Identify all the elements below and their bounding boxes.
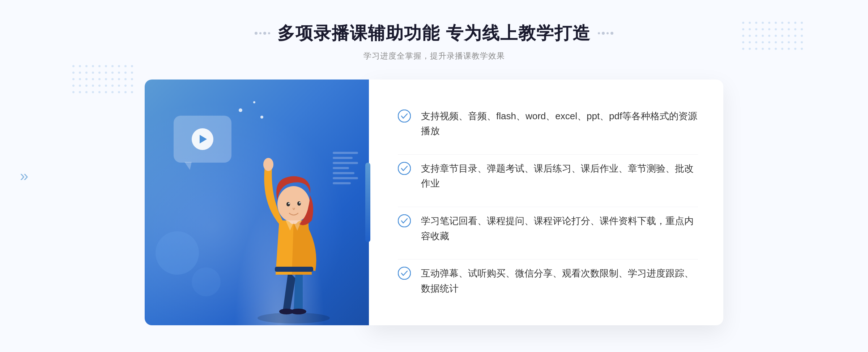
check-icon-1 [398,110,411,123]
title-decor-right [598,32,613,35]
feature-text-3: 学习笔记回看、课程提问、课程评论打分、课件资料下载，重点内容收藏 [421,214,698,244]
check-icon-2 [398,162,411,175]
bg-dots-left-decor [72,65,133,93]
person-illustration [232,137,355,325]
svg-point-8 [288,203,290,204]
title-row: 多项录播课辅助功能 专为线上教学打造 [255,22,613,45]
svg-point-7 [297,201,301,206]
play-bubble [174,116,231,163]
svg-point-0 [258,313,330,323]
check-icon-3 [398,214,411,227]
sub-title: 学习进度全掌握，提升录播课教学效果 [255,51,613,61]
circle-decor-2 [192,267,221,296]
svg-point-14 [398,267,410,279]
svg-point-3 [263,158,273,171]
bg-dots-right-decor [742,22,803,50]
svg-point-6 [286,202,290,206]
sparkle-3 [260,116,263,119]
content-area: 支持视频、音频、flash、word、excel、ppt、pdf等各种格式的资源… [145,80,723,325]
circle-decor-1 [156,231,199,275]
feature-item-3: 学习笔记回看、课程提问、课程评论打分、课件资料下载，重点内容收藏 [398,207,698,250]
feature-text-2: 支持章节目录、弹题考试、课后练习、课后作业、章节测验、批改作业 [421,161,698,191]
features-panel: 支持视频、音频、flash、word、excel、ppt、pdf等各种格式的资源… [369,80,723,325]
sparkle-2 [253,101,255,103]
feature-item-1: 支持视频、音频、flash、word、excel、ppt、pdf等各种格式的资源… [398,102,698,145]
figure-area [232,137,355,325]
title-decor-left [255,32,270,35]
svg-point-11 [398,110,410,122]
feature-item-2: 支持章节目录、弹题考试、课后练习、课后作业、章节测验、批改作业 [398,154,698,198]
sparkle-1 [239,108,242,112]
main-title: 多项录播课辅助功能 专为线上教学打造 [277,22,590,45]
illustration-panel [145,80,369,325]
svg-rect-10 [275,267,313,272]
svg-point-2 [290,309,306,314]
svg-point-9 [299,202,301,203]
svg-point-12 [398,162,410,175]
feature-item-4: 互动弹幕、试听购买、微信分享、观看次数限制、学习进度跟踪、数据统计 [398,259,698,302]
check-icon-4 [398,267,411,280]
header-section: 多项录播课辅助功能 专为线上教学打造 学习进度全掌握，提升录播课教学效果 [255,22,613,61]
blue-tab-connector [365,163,370,242]
left-arrow-decor: » [20,167,28,185]
feature-text-4: 互动弹幕、试听购买、微信分享、观看次数限制、学习进度跟踪、数据统计 [421,266,698,296]
feature-text-1: 支持视频、音频、flash、word、excel、ppt、pdf等各种格式的资源… [421,109,698,139]
svg-point-13 [398,215,410,227]
play-triangle-icon [200,135,207,143]
play-icon-circle [192,128,213,150]
page-container: » 多项录播课辅助功能 专为线上教学打造 学习进度全掌握，提升录播课教学效果 [0,0,868,352]
